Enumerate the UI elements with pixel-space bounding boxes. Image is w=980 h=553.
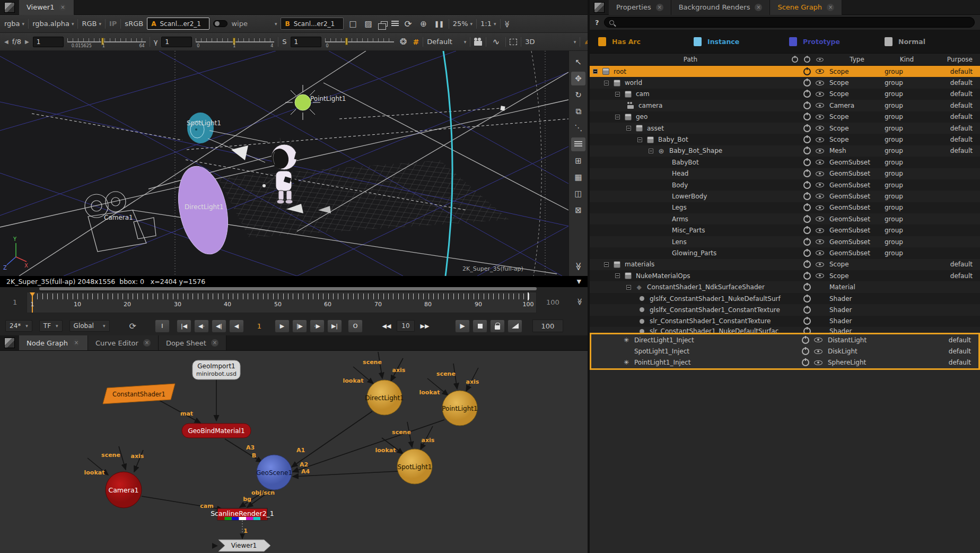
node-spotlight1[interactable]: SpotLight1 [397, 449, 432, 484]
eye-icon[interactable] [816, 273, 824, 278]
previous-keyframe-button[interactable]: ◀· [194, 319, 209, 333]
scenegraph-row[interactable]: Misc_Parts GeomSubset group [590, 224, 980, 236]
format-box-icon[interactable]: □ [347, 19, 359, 29]
current-frame[interactable]: 1 [247, 322, 272, 330]
camera-gizmo[interactable] [85, 192, 156, 252]
saturation-slider-handle[interactable] [345, 38, 348, 45]
tile-grid-icon[interactable]: ▦ [571, 170, 585, 184]
scenegraph-row[interactable]: world Scope group default [590, 77, 980, 88]
flipbook-play-icon[interactable]: ▶ [455, 319, 470, 333]
eye-icon[interactable] [816, 81, 824, 85]
select-cursor-icon[interactable]: ↖ [571, 55, 585, 69]
prim-name[interactable]: Baby_Bot [658, 136, 688, 143]
eye-icon[interactable] [816, 228, 824, 233]
translate-icon[interactable]: ✥ [571, 72, 585, 85]
prim-name[interactable]: BabyBot [672, 159, 699, 166]
eye-icon[interactable] [816, 126, 824, 131]
solo-column-icon[interactable] [792, 56, 798, 63]
eye-icon[interactable] [816, 217, 824, 221]
expander-icon[interactable] [615, 92, 620, 97]
scenegraph-row[interactable]: Baby_Bot Scope group default [590, 134, 980, 145]
viewer-camera-icon[interactable] [474, 41, 482, 46]
gamma-input[interactable]: 1 [161, 37, 192, 47]
tab-node-graph[interactable]: Node Graph× [19, 335, 88, 350]
power-icon[interactable] [803, 215, 811, 223]
column-kind[interactable]: Kind [885, 56, 929, 63]
timeline-overflow-icon[interactable]: ≫ [576, 298, 584, 305]
grid-cursor-icon[interactable]: ⊠ [571, 203, 585, 217]
refresh-icon[interactable]: ⟳ [402, 19, 414, 29]
goto-start-button[interactable]: |◀ [177, 319, 191, 333]
viewer-colorspace-dropdown[interactable]: sRGB [125, 20, 143, 28]
prim-name[interactable]: geo [636, 113, 648, 120]
node-directlight1[interactable]: DirectLight1 [365, 380, 404, 415]
tab-curve-editor[interactable]: Curve Editor× [88, 335, 159, 350]
column-purpose[interactable]: Purpose [929, 56, 980, 63]
scenegraph-row[interactable]: Head GeomSubset group [590, 168, 980, 179]
power-icon[interactable] [803, 136, 811, 143]
scale-icon[interactable]: ⧉ [571, 105, 585, 118]
prim-name[interactable]: Lens [672, 238, 687, 246]
skew-icon[interactable]: ⋱ [571, 121, 585, 135]
tab-viewer1[interactable]: Viewer1 × [19, 0, 74, 15]
expander-icon[interactable] [626, 126, 631, 131]
gamma-slider[interactable]: 0 1 4 [196, 36, 274, 48]
expander-icon[interactable] [604, 262, 609, 267]
power-icon[interactable] [803, 193, 811, 200]
scenegraph-row[interactable]: asset Scope group default [590, 123, 980, 134]
scenegraph-row[interactable]: LowerBody GeomSubset group [590, 191, 980, 202]
adjust-sliders-icon[interactable] [571, 137, 585, 151]
prim-name[interactable]: Misc_Parts [672, 227, 705, 234]
close-icon[interactable]: × [755, 4, 762, 11]
column-path[interactable]: Path [590, 56, 791, 63]
scenegraph-row[interactable]: Glowing_Parts GeomSubset group [590, 247, 980, 258]
eye-icon[interactable] [816, 171, 824, 176]
close-icon[interactable]: × [73, 339, 80, 347]
scenegraph-row[interactable]: root Scope group default [590, 66, 980, 77]
eye-icon[interactable] [816, 205, 824, 210]
fstop-prev-icon[interactable]: ◀ [4, 39, 8, 45]
expander-icon[interactable] [615, 273, 620, 278]
power-icon[interactable] [803, 170, 811, 177]
eye-icon[interactable] [816, 239, 824, 244]
step-forward-button[interactable]: |▶ [292, 319, 307, 333]
scenegraph-row[interactable]: Arms GeomSubset group [590, 213, 980, 224]
node-viewer1[interactable]: Viewer1 [218, 540, 270, 551]
prim-name[interactable]: Head [672, 170, 688, 177]
node-constantshader1[interactable]: ConstantShader1 [103, 384, 175, 404]
close-icon[interactable]: × [656, 4, 663, 11]
eye-icon[interactable] [816, 262, 824, 267]
rotate-icon[interactable]: ↻ [571, 88, 585, 102]
toolbar-overflow-icon[interactable]: ≫ [503, 21, 511, 27]
fps-dropdown[interactable]: 24*▾ [5, 320, 32, 332]
power-icon[interactable] [803, 249, 811, 257]
point-light-gizmo[interactable] [285, 85, 320, 120]
scenegraph-row[interactable]: PointLight1_Inject SphereLight default [591, 357, 978, 368]
tab-properties[interactable]: Properties× [609, 0, 671, 15]
power-icon[interactable] [803, 159, 811, 166]
pane-menu-icon[interactable] [594, 2, 605, 13]
close-icon[interactable]: × [59, 4, 66, 11]
power-icon[interactable] [803, 204, 811, 211]
search-input[interactable] [604, 17, 975, 28]
eye-icon[interactable] [816, 137, 824, 142]
eye-icon[interactable] [816, 183, 824, 187]
expander-icon[interactable] [637, 137, 642, 142]
eye-icon[interactable] [816, 250, 824, 255]
gain-slider[interactable]: 0.015625 1 64 [67, 36, 146, 48]
manipulator-handle[interactable] [500, 106, 505, 110]
transform-box-icon[interactable]: ⊞ [571, 154, 585, 168]
wipe-mode-dropdown[interactable]: wipe▾ [231, 20, 277, 28]
power-icon[interactable] [803, 113, 811, 120]
timeline-scrollbar[interactable] [39, 287, 537, 290]
power-icon[interactable] [803, 317, 811, 325]
view-mode-dropdown[interactable]: 3D▾ [525, 38, 576, 46]
frame-range-dropdown[interactable]: Global▾ [69, 320, 110, 332]
lut-dropdown[interactable]: Default▾ [427, 38, 466, 46]
eye-icon[interactable] [816, 69, 824, 74]
fstop-next-icon[interactable]: ▶ [25, 39, 29, 45]
eye-icon[interactable] [814, 349, 822, 354]
tab-scene-graph[interactable]: Scene Graph× [770, 0, 842, 15]
pause-icon[interactable]: ❚❚ [433, 20, 445, 28]
overlay-compare-icon[interactable] [381, 21, 388, 27]
